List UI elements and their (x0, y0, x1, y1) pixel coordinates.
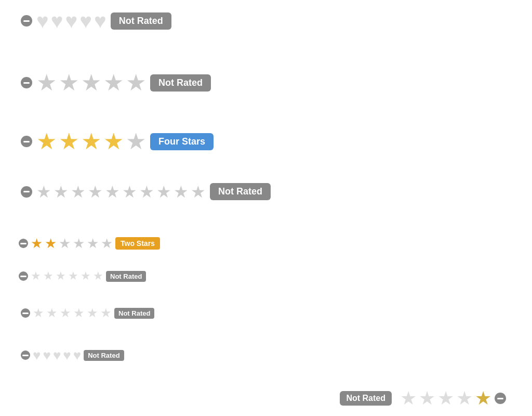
not-rated-badge-4: Not Rated (210, 183, 271, 200)
star-6-1[interactable]: ★ (31, 270, 41, 282)
star-4-1[interactable]: ★ (36, 184, 51, 200)
remove-button-1[interactable] (21, 15, 32, 27)
stars-container-2: ★ ★ ★ ★ ★ (36, 71, 146, 94)
star-9-4[interactable]: ★ (456, 389, 473, 408)
heart-8-2[interactable]: ♥ (43, 348, 50, 362)
rating-row-6: ★ ★ ★ ★ ★ ★ Not Rated (19, 270, 146, 282)
stars-container-6: ★ ★ ★ ★ ★ ★ (31, 270, 103, 282)
star-3-1[interactable]: ★ (36, 130, 57, 153)
heart-8-4[interactable]: ♥ (63, 348, 71, 362)
star-2-3[interactable]: ★ (81, 71, 101, 94)
not-rated-badge-9: Not Rated (340, 391, 392, 406)
star-5-6[interactable]: ★ (101, 237, 113, 250)
star-9-3[interactable]: ★ (437, 389, 454, 408)
star-7-2[interactable]: ★ (46, 307, 58, 319)
star-4-3[interactable]: ★ (71, 184, 86, 200)
heart-5[interactable]: ♥ (94, 10, 107, 31)
heart-8-5[interactable]: ♥ (73, 348, 81, 362)
rating-row-3: ★ ★ ★ ★ ★ Four Stars (21, 130, 214, 153)
star-2-1[interactable]: ★ (36, 71, 57, 94)
star-6-4[interactable]: ★ (68, 270, 78, 282)
stars-container-4: ★ ★ ★ ★ ★ ★ ★ ★ ★ ★ (36, 184, 206, 200)
stars-container-5: ★ ★ ★ ★ ★ ★ (31, 237, 113, 250)
star-4-5[interactable]: ★ (105, 184, 120, 200)
star-5-4[interactable]: ★ (73, 237, 85, 250)
star-4-8[interactable]: ★ (156, 184, 171, 200)
star-7-6[interactable]: ★ (100, 307, 112, 319)
heart-1[interactable]: ♥ (36, 10, 49, 31)
heart-8-1[interactable]: ♥ (33, 348, 41, 362)
star-2-2[interactable]: ★ (59, 71, 79, 94)
stars-container-7: ★ ★ ★ ★ ★ ★ (33, 307, 112, 319)
star-4-7[interactable]: ★ (139, 184, 154, 200)
star-5-1[interactable]: ★ (31, 237, 43, 250)
hearts-container-1: ♥ ♥ ♥ ♥ ♥ (36, 10, 107, 31)
rating-row-5: ★ ★ ★ ★ ★ ★ Two Stars (19, 237, 160, 250)
star-4-9[interactable]: ★ (174, 184, 189, 200)
star-6-6[interactable]: ★ (93, 270, 103, 282)
not-rated-badge-6: Not Rated (106, 271, 146, 282)
star-5-3[interactable]: ★ (59, 237, 71, 250)
remove-button-2[interactable] (21, 77, 32, 88)
star-3-3[interactable]: ★ (81, 130, 101, 153)
star-4-2[interactable]: ★ (54, 184, 69, 200)
stars-container-3: ★ ★ ★ ★ ★ (36, 130, 146, 153)
two-stars-badge: Two Stars (115, 237, 160, 250)
star-9-5[interactable]: ★ (475, 389, 491, 408)
not-rated-badge-2: Not Rated (150, 74, 211, 92)
star-9-1[interactable]: ★ (400, 389, 417, 408)
star-3-2[interactable]: ★ (59, 130, 79, 153)
remove-button-7[interactable] (21, 308, 30, 318)
star-5-2[interactable]: ★ (45, 237, 57, 250)
star-4-4[interactable]: ★ (88, 184, 103, 200)
heart-4[interactable]: ♥ (79, 10, 92, 31)
not-rated-badge-1: Not Rated (111, 12, 171, 30)
rating-row-1: ♥ ♥ ♥ ♥ ♥ Not Rated (21, 10, 171, 31)
star-9-2[interactable]: ★ (419, 389, 435, 408)
rating-row-7: ★ ★ ★ ★ ★ ★ Not Rated (21, 307, 154, 319)
heart-3[interactable]: ♥ (65, 10, 78, 31)
star-3-5[interactable]: ★ (126, 130, 146, 153)
remove-button-8[interactable] (21, 350, 30, 360)
star-4-10[interactable]: ★ (191, 184, 206, 200)
star-7-1[interactable]: ★ (33, 307, 44, 319)
remove-button-5[interactable] (19, 239, 28, 248)
star-6-5[interactable]: ★ (81, 270, 91, 282)
star-2-4[interactable]: ★ (103, 71, 124, 94)
rating-row-2: ★ ★ ★ ★ ★ Not Rated (21, 71, 211, 94)
hearts-container-8: ♥ ♥ ♥ ♥ ♥ (33, 348, 81, 362)
star-7-4[interactable]: ★ (73, 307, 85, 319)
star-4-6[interactable]: ★ (122, 184, 137, 200)
remove-button-3[interactable] (21, 136, 32, 147)
remove-button-4[interactable] (21, 186, 32, 198)
star-7-5[interactable]: ★ (87, 307, 98, 319)
star-2-5[interactable]: ★ (126, 71, 146, 94)
star-5-5[interactable]: ★ (87, 237, 99, 250)
four-stars-badge: Four Stars (150, 133, 214, 150)
stars-container-9: ★ ★ ★ ★ ★ (400, 389, 491, 408)
rating-row-4: ★ ★ ★ ★ ★ ★ ★ ★ ★ ★ Not Rated (21, 183, 271, 200)
not-rated-badge-8: Not Rated (84, 350, 124, 361)
star-6-2[interactable]: ★ (43, 270, 54, 282)
remove-button-9[interactable] (495, 393, 506, 404)
star-6-3[interactable]: ★ (56, 270, 66, 282)
star-3-4[interactable]: ★ (103, 130, 124, 153)
star-7-3[interactable]: ★ (60, 307, 71, 319)
rating-row-8: ♥ ♥ ♥ ♥ ♥ Not Rated (21, 348, 124, 362)
rating-row-9: Not Rated ★ ★ ★ ★ ★ (340, 389, 506, 408)
heart-8-3[interactable]: ♥ (53, 348, 61, 362)
not-rated-badge-7: Not Rated (114, 308, 154, 319)
remove-button-6[interactable] (19, 271, 28, 281)
heart-2[interactable]: ♥ (51, 10, 63, 31)
